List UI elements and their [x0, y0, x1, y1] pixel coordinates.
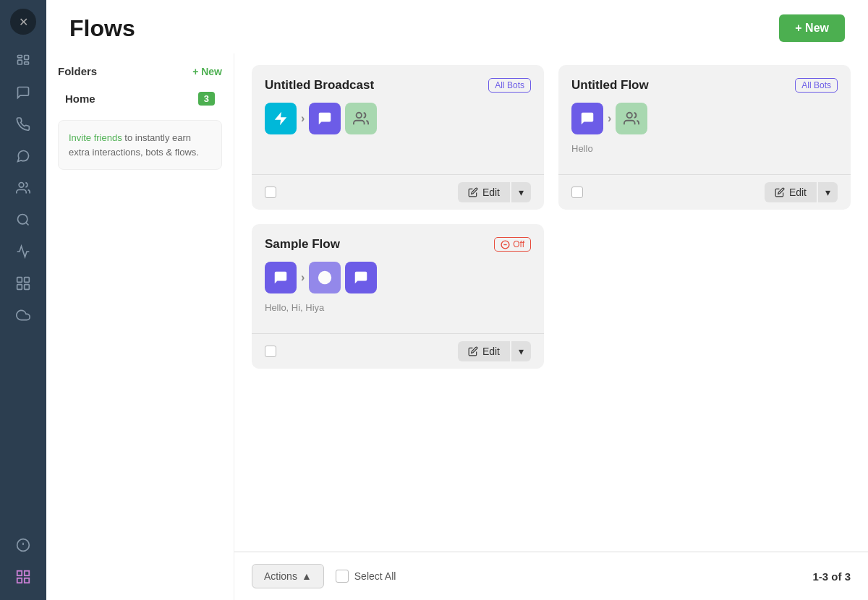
flow-cards-grid: Untitled Broadcast All Bots › — [252, 65, 851, 210]
svg-rect-2 — [18, 60, 22, 64]
card-description: Hello, Hi, Hiya — [265, 302, 531, 325]
sidebar-icon-analytics[interactable] — [9, 237, 38, 266]
edit-dropdown-button[interactable]: ▾ — [818, 182, 838, 202]
card-checkbox[interactable] — [571, 187, 583, 198]
card-badge-all-bots: All Bots — [795, 78, 838, 93]
flow-icon-audience — [616, 103, 647, 134]
folder-home-badge: 3 — [198, 92, 215, 106]
sidebar-icon-grid[interactable] — [9, 562, 38, 591]
new-flow-button[interactable]: + New — [779, 14, 845, 42]
card-badge-all-bots: All Bots — [488, 78, 531, 93]
folders-new-link[interactable]: + New — [192, 66, 222, 77]
svg-rect-7 — [25, 278, 30, 283]
actions-button[interactable]: Actions ▲ — [252, 564, 324, 588]
svg-rect-0 — [18, 56, 22, 58]
sidebar-icon-cloud[interactable] — [9, 301, 38, 330]
svg-rect-15 — [17, 578, 22, 583]
svg-point-18 — [627, 113, 632, 118]
invite-link[interactable]: Invite friends — [69, 132, 122, 143]
svg-point-5 — [18, 215, 27, 224]
card-header: Untitled Flow All Bots — [571, 78, 838, 93]
edit-btn-group: Edit ▾ — [765, 182, 838, 202]
main-content: Flows + New Folders + New Home 3 Invite … — [46, 0, 868, 600]
select-all-area[interactable]: Select All — [336, 570, 396, 583]
flow-icon-trigger — [265, 103, 297, 134]
sidebar-icon-info[interactable] — [9, 531, 38, 560]
card-title: Untitled Flow — [571, 78, 649, 93]
edit-button[interactable]: Edit — [765, 182, 817, 202]
sidebar-icon-broadcast[interactable] — [9, 110, 38, 139]
sidebar-icon-chat[interactable] — [9, 78, 38, 107]
actions-label: Actions — [264, 570, 297, 582]
edit-button[interactable]: Edit — [458, 182, 510, 202]
card-footer: Edit ▾ — [265, 334, 531, 369]
svg-rect-8 — [17, 285, 22, 290]
flow-icon-message — [309, 103, 341, 134]
folder-home[interactable]: Home 3 — [58, 86, 222, 111]
svg-point-4 — [19, 183, 24, 188]
card-footer: Edit ▾ — [265, 175, 531, 210]
flow-arrow: › — [301, 271, 305, 284]
select-all-label: Select All — [354, 570, 396, 582]
card-header: Untitled Broadcast All Bots — [265, 78, 531, 93]
card-badge-off: Off — [494, 237, 531, 252]
pagination-text: 1-3 of 3 — [812, 570, 851, 583]
svg-rect-9 — [25, 285, 30, 290]
content-area: Folders + New Home 3 Invite friends to i… — [46, 53, 868, 600]
flow-icons: › — [265, 262, 531, 293]
sidebar-icon-integrations[interactable] — [9, 269, 38, 298]
svg-rect-14 — [25, 571, 29, 575]
card-title: Sample Flow — [265, 237, 340, 252]
svg-rect-13 — [17, 571, 22, 575]
sidebar-icon-comments[interactable] — [9, 142, 38, 171]
sidebar-icon-search[interactable] — [9, 205, 38, 234]
select-all-checkbox[interactable] — [336, 570, 349, 583]
edit-dropdown-button[interactable]: ▾ — [511, 182, 531, 202]
svg-point-17 — [357, 113, 362, 118]
flow-card-untitled-flow: Untitled Flow All Bots › He — [558, 65, 851, 210]
sidebar-icon-audience[interactable] — [9, 173, 38, 202]
svg-rect-1 — [25, 56, 29, 60]
flow-arrow: › — [301, 112, 305, 125]
card-description: Hello — [571, 143, 838, 166]
folder-home-label: Home — [65, 93, 95, 105]
sidebar: ✕ — [0, 0, 46, 600]
flow-icon-message — [571, 103, 603, 134]
invite-box: Invite friends to instantly earn extra i… — [58, 120, 222, 170]
folders-label: Folders — [58, 65, 97, 77]
edit-button[interactable]: Edit — [458, 341, 510, 361]
flow-icons: › — [571, 103, 838, 134]
card-checkbox[interactable] — [265, 187, 276, 198]
svg-rect-16 — [25, 578, 29, 583]
folders-panel: Folders + New Home 3 Invite friends to i… — [46, 53, 234, 600]
svg-rect-3 — [25, 62, 29, 64]
flow-icon-audience — [345, 103, 377, 134]
sidebar-icon-dashboard[interactable] — [9, 46, 38, 75]
flow-arrow: › — [608, 112, 611, 125]
card-description — [265, 143, 531, 166]
flow-icon-question — [309, 262, 341, 293]
cards-area: Untitled Broadcast All Bots › — [234, 53, 868, 552]
page-title: Flows — [69, 15, 135, 42]
flow-icons: › — [265, 103, 531, 134]
logo[interactable]: ✕ — [10, 9, 36, 35]
edit-btn-group: Edit ▾ — [458, 341, 531, 361]
actions-chevron-icon: ▲ — [302, 570, 312, 582]
svg-rect-6 — [17, 278, 22, 283]
folders-header: Folders + New — [58, 65, 222, 77]
flow-icon-message2 — [345, 262, 377, 293]
card-header: Sample Flow Off — [265, 237, 531, 252]
flow-icon-message — [265, 262, 297, 293]
card-footer: Edit ▾ — [571, 175, 838, 210]
card-checkbox[interactable] — [265, 346, 276, 357]
header: Flows + New — [46, 0, 868, 53]
flow-card-sample-flow: Sample Flow Off › — [252, 224, 544, 369]
empty-slot — [558, 224, 851, 369]
card-title: Untitled Broadcast — [265, 78, 374, 93]
sample-flow-row: Sample Flow Off › — [252, 224, 851, 369]
edit-dropdown-button[interactable]: ▾ — [511, 341, 531, 361]
bottom-bar: Actions ▲ Select All 1-3 of 3 — [234, 552, 868, 600]
flow-card-untitled-broadcast: Untitled Broadcast All Bots › — [252, 65, 544, 210]
edit-btn-group: Edit ▾ — [458, 182, 531, 202]
